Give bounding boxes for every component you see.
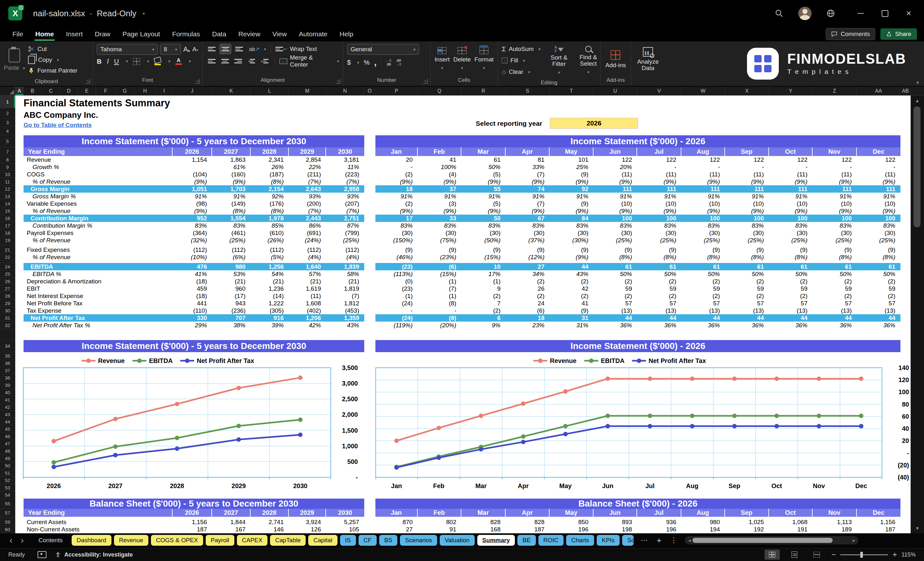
cell[interactable]: (10%) bbox=[172, 254, 212, 261]
cell[interactable]: (32%) bbox=[172, 237, 212, 244]
cell[interactable]: (9%) bbox=[375, 178, 418, 185]
cell[interactable]: (4%) bbox=[289, 254, 326, 261]
sheet-tab-contents[interactable]: Contents bbox=[32, 535, 69, 546]
cell[interactable]: 83% bbox=[813, 222, 857, 229]
column-header-O[interactable]: O bbox=[364, 87, 375, 95]
cell[interactable]: 1,222 bbox=[250, 300, 289, 307]
cell[interactable]: 93% bbox=[289, 193, 326, 200]
row-header-2[interactable]: 2 bbox=[0, 108, 15, 118]
cell[interactable]: 707 bbox=[212, 314, 250, 322]
cell[interactable]: (207) bbox=[326, 200, 364, 207]
row-label-cell[interactable]: Net Profit Before Tax bbox=[24, 300, 172, 307]
cell[interactable]: 191 bbox=[769, 526, 813, 533]
cell[interactable]: (1) bbox=[461, 278, 506, 285]
cell[interactable]: 91% bbox=[212, 193, 250, 200]
cell[interactable]: (13) bbox=[637, 307, 681, 314]
cell[interactable]: (119%) bbox=[375, 322, 418, 329]
row-header-53[interactable]: 53 bbox=[0, 484, 15, 491]
cell[interactable]: 1,154 bbox=[172, 156, 212, 164]
cell[interactable]: (799) bbox=[326, 229, 364, 237]
percent-format-icon[interactable]: % bbox=[364, 58, 370, 66]
add-sheet-button[interactable]: + bbox=[657, 536, 662, 545]
cell[interactable]: 1,819 bbox=[326, 285, 364, 292]
cell[interactable]: (9%) bbox=[549, 207, 594, 214]
cell[interactable]: (14) bbox=[250, 292, 289, 300]
cell[interactable]: (4%) bbox=[326, 254, 364, 261]
cell[interactable]: 50% bbox=[857, 270, 900, 278]
cell[interactable]: 37 bbox=[418, 185, 461, 193]
cell[interactable]: 36% bbox=[769, 322, 813, 329]
cell[interactable]: 44 bbox=[769, 314, 813, 322]
cell[interactable]: 39% bbox=[250, 322, 289, 329]
cell[interactable]: (11) bbox=[813, 171, 857, 178]
italic-button[interactable]: I bbox=[106, 57, 109, 65]
cell[interactable]: 952 bbox=[172, 214, 212, 222]
cell[interactable]: 802 bbox=[418, 518, 461, 526]
row-header-45[interactable]: 45 bbox=[0, 425, 15, 433]
cell[interactable]: 50% bbox=[681, 270, 725, 278]
row-header-54[interactable]: 54 bbox=[0, 491, 15, 499]
cell[interactable]: 100 bbox=[857, 214, 900, 222]
row-header-13[interactable]: 13 bbox=[0, 193, 15, 200]
find-select-button[interactable]: Find & Select▾ bbox=[576, 46, 600, 75]
column-header-P[interactable]: P bbox=[375, 87, 418, 95]
cell[interactable]: 122 bbox=[637, 156, 681, 164]
cell[interactable]: (364) bbox=[172, 229, 212, 237]
cell[interactable]: (9%) bbox=[681, 178, 725, 185]
cell[interactable]: (9) bbox=[375, 246, 418, 254]
cell[interactable]: (160) bbox=[212, 171, 250, 178]
cell[interactable]: (8%) bbox=[250, 178, 289, 185]
cell[interactable]: 22% bbox=[289, 164, 326, 171]
row-header-35[interactable]: 35 bbox=[0, 352, 15, 360]
cell[interactable]: (200) bbox=[289, 200, 326, 207]
cell[interactable]: 36% bbox=[681, 322, 725, 329]
cell[interactable]: (30) bbox=[594, 229, 637, 237]
row-header-4[interactable]: 4 bbox=[0, 127, 15, 135]
cell[interactable]: 1,359 bbox=[326, 314, 364, 322]
row-header-60[interactable]: 60 bbox=[0, 526, 15, 533]
cell[interactable]: (9%) bbox=[725, 207, 769, 214]
zoom-level[interactable]: 115% bbox=[902, 552, 916, 558]
cell[interactable]: (11) bbox=[289, 292, 326, 300]
cell[interactable]: 61 bbox=[461, 156, 506, 164]
cell[interactable]: (7%) bbox=[326, 207, 364, 214]
cell[interactable]: 1,608 bbox=[289, 300, 326, 307]
column-header-L[interactable]: L bbox=[250, 87, 289, 95]
cell[interactable]: 100 bbox=[813, 214, 857, 222]
cell[interactable]: (8) bbox=[418, 300, 461, 307]
cell[interactable]: (15%) bbox=[418, 270, 461, 278]
row-label-cell[interactable]: Net Interest Expense bbox=[24, 292, 172, 300]
cut-button[interactable]: Cut bbox=[28, 44, 77, 54]
increase-decimal-icon[interactable]: ←0.00 bbox=[386, 58, 392, 66]
row-label-cell[interactable]: Gross Margin bbox=[24, 185, 172, 193]
cell[interactable]: 27 bbox=[506, 263, 549, 270]
cell[interactable]: (5) bbox=[461, 171, 506, 178]
cell[interactable]: (10) bbox=[725, 200, 769, 207]
cell[interactable]: 59 bbox=[594, 285, 637, 292]
accessibility-status[interactable]: Accessibility: Investigate bbox=[55, 552, 133, 558]
cell[interactable]: (23) bbox=[375, 285, 418, 292]
column-header-N[interactable]: N bbox=[326, 87, 364, 95]
cell[interactable]: (30) bbox=[549, 229, 594, 237]
excel-app-icon[interactable]: X bbox=[8, 6, 22, 20]
cell[interactable]: 2,154 bbox=[250, 185, 289, 193]
cell[interactable]: (25%) bbox=[594, 237, 637, 244]
cell[interactable]: 2,741 bbox=[250, 518, 289, 526]
column-header-X[interactable]: X bbox=[725, 87, 769, 95]
cell[interactable]: (11) bbox=[725, 171, 769, 178]
cell[interactable]: 17% bbox=[461, 270, 506, 278]
cell[interactable]: 146 bbox=[250, 526, 289, 533]
sheet-tab-charts[interactable]: Charts bbox=[566, 535, 594, 546]
cell[interactable]: - bbox=[769, 164, 813, 171]
scroll-left-icon[interactable]: ◄ bbox=[687, 538, 692, 543]
align-bottom-icon[interactable] bbox=[234, 44, 244, 54]
cell[interactable]: (9) bbox=[769, 246, 813, 254]
cell[interactable]: (30) bbox=[857, 229, 900, 237]
cell[interactable]: 87% bbox=[326, 222, 364, 229]
cell[interactable]: 476 bbox=[172, 263, 212, 270]
cell[interactable]: 1,844 bbox=[212, 518, 250, 526]
cell[interactable]: 167 bbox=[212, 526, 250, 533]
row-header-26[interactable]: 26 bbox=[0, 278, 15, 285]
cell[interactable]: 44 bbox=[594, 314, 637, 322]
cell[interactable]: (9%) bbox=[725, 178, 769, 185]
